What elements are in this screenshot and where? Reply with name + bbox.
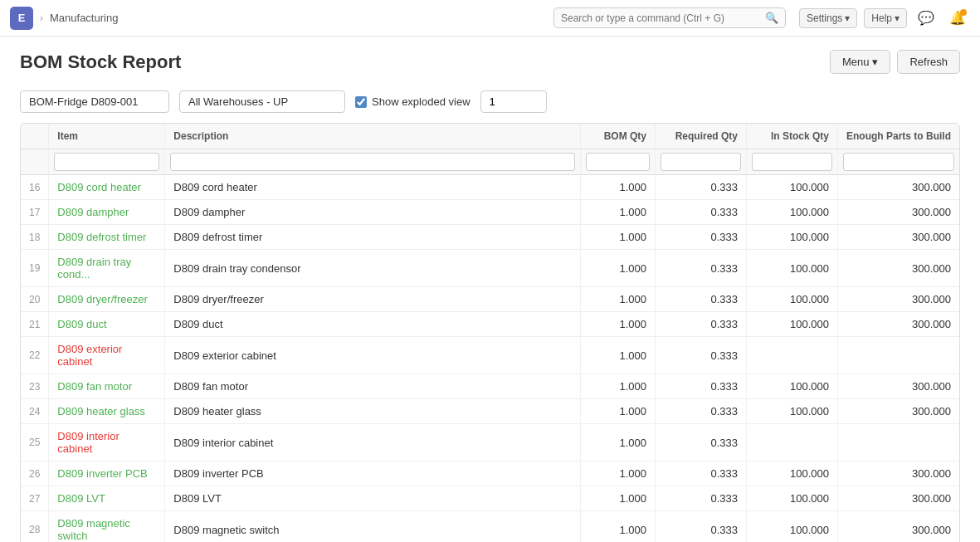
row-bom-qty: 1.000 <box>581 312 656 337</box>
row-bom-qty: 1.000 <box>581 424 656 461</box>
row-required-qty: 0.333 <box>656 225 747 250</box>
row-required-qty: 0.333 <box>656 337 747 374</box>
page-header: BOM Stock Report Menu ▾ Refresh <box>0 37 980 84</box>
row-number: 25 <box>21 424 49 461</box>
warehouse-filter[interactable] <box>179 90 345 113</box>
item-link[interactable]: D809 magnetic switch <box>57 517 129 542</box>
item-link[interactable]: D809 dampher <box>57 206 129 218</box>
row-desc: D809 dampher <box>165 200 581 225</box>
row-in-stock-qty: 100.000 <box>747 399 838 424</box>
table-wrap: Item Description BOM Qty Required Qty In… <box>20 123 960 542</box>
row-number: 21 <box>21 312 49 337</box>
item-link[interactable]: D809 cord heater <box>57 181 140 193</box>
row-in-stock-qty: 100.000 <box>747 250 838 287</box>
row-item: D809 cord heater <box>49 175 165 200</box>
item-link[interactable]: D809 drain tray cond... <box>57 256 131 281</box>
table-row: 21 D809 duct D809 duct 1.000 0.333 100.0… <box>21 312 959 337</box>
item-link[interactable]: D809 defrost timer <box>57 231 146 243</box>
row-item: D809 defrost timer <box>49 225 165 250</box>
table-row: 17 D809 dampher D809 dampher 1.000 0.333… <box>21 200 959 225</box>
enough-filter-input[interactable] <box>843 153 954 171</box>
row-required-qty: 0.333 <box>656 287 747 312</box>
row-bom-qty: 1.000 <box>581 374 656 399</box>
search-input[interactable] <box>561 12 765 24</box>
item-link[interactable]: D809 heater glass <box>57 405 145 417</box>
row-desc: D809 heater glass <box>165 399 581 424</box>
row-number: 17 <box>21 200 49 225</box>
item-link[interactable]: D809 LVT <box>57 492 105 505</box>
item-link[interactable]: D809 exterior cabinet <box>57 343 122 368</box>
row-required-qty: 0.333 <box>656 175 747 200</box>
row-enough-parts: 300.000 <box>838 399 960 424</box>
row-enough-parts: 300.000 <box>838 312 960 337</box>
item-link[interactable]: D809 interior cabinet <box>57 430 119 455</box>
row-enough-parts: 300.000 <box>838 511 960 543</box>
table-row: 25 D809 interior cabinet D809 interior c… <box>21 424 959 461</box>
row-required-qty: 0.333 <box>656 312 747 337</box>
table-row: 19 D809 drain tray cond... D809 drain tr… <box>21 250 959 287</box>
stock-qty-filter-input[interactable] <box>752 153 832 171</box>
table-row: 24 D809 heater glass D809 heater glass 1… <box>21 399 959 424</box>
row-item: D809 magnetic switch <box>49 511 165 543</box>
nav-actions: Settings ▾ Help ▾ 💬 🔔 <box>799 6 970 31</box>
menu-label: Menu <box>842 56 870 68</box>
row-in-stock-qty <box>747 337 838 374</box>
row-bom-qty: 1.000 <box>581 287 656 312</box>
row-desc: D809 drain tray condensor <box>165 250 581 287</box>
row-number: 19 <box>21 250 49 287</box>
req-qty-filter-input[interactable] <box>661 153 741 171</box>
row-number: 22 <box>21 337 49 374</box>
row-in-stock-qty: 100.000 <box>747 486 838 511</box>
app-icon: E <box>10 7 33 30</box>
table-row: 23 D809 fan motor D809 fan motor 1.000 0… <box>21 374 959 399</box>
row-required-qty: 0.333 <box>656 486 747 511</box>
row-in-stock-qty: 100.000 <box>747 461 838 486</box>
table-filter-row <box>21 149 959 175</box>
desc-filter-input[interactable] <box>170 153 575 171</box>
row-item: D809 inverter PCB <box>49 461 165 486</box>
exploded-view-label: Show exploded view <box>372 95 470 108</box>
col-req-header: Required Qty <box>656 124 747 149</box>
settings-btn[interactable]: Settings ▾ <box>799 8 857 28</box>
app-name: Manufacturing <box>50 12 118 24</box>
bell-btn[interactable]: 🔔 <box>945 6 970 31</box>
chat-btn[interactable]: 💬 <box>914 6 939 31</box>
row-desc: D809 duct <box>165 312 581 337</box>
row-desc: D809 defrost timer <box>165 225 581 250</box>
bom-filter[interactable] <box>20 90 169 113</box>
row-enough-parts: 300.000 <box>838 374 960 399</box>
bom-qty-filter-input[interactable] <box>586 153 650 171</box>
row-item: D809 LVT <box>49 486 165 511</box>
search-bar[interactable]: 🔍 <box>553 7 786 28</box>
row-desc: D809 inverter PCB <box>165 461 581 486</box>
row-bom-qty: 1.000 <box>581 511 656 543</box>
table-row: 22 D809 exterior cabinet D809 exterior c… <box>21 337 959 374</box>
item-link[interactable]: D809 fan motor <box>57 380 132 393</box>
row-item: D809 interior cabinet <box>49 424 165 461</box>
exploded-view-checkbox[interactable] <box>355 96 367 108</box>
row-bom-qty: 1.000 <box>581 250 656 287</box>
item-link[interactable]: D809 inverter PCB <box>57 467 147 480</box>
row-required-qty: 0.333 <box>656 374 747 399</box>
row-enough-parts <box>838 424 960 461</box>
help-btn[interactable]: Help ▾ <box>864 8 907 28</box>
row-bom-qty: 1.000 <box>581 200 656 225</box>
nav-chevron-icon: › <box>40 12 43 24</box>
item-link[interactable]: D809 duct <box>57 318 106 330</box>
row-required-qty: 0.333 <box>656 200 747 225</box>
search-icon: 🔍 <box>765 12 778 24</box>
row-item: D809 fan motor <box>49 374 165 399</box>
row-in-stock-qty: 100.000 <box>747 511 838 543</box>
table-row: 27 D809 LVT D809 LVT 1.000 0.333 100.000… <box>21 486 959 511</box>
row-bom-qty: 1.000 <box>581 399 656 424</box>
row-bom-qty: 1.000 <box>581 225 656 250</box>
row-number: 18 <box>21 225 49 250</box>
item-filter-input[interactable] <box>54 153 159 171</box>
exploded-view-wrap: Show exploded view <box>355 95 470 108</box>
refresh-button[interactable]: Refresh <box>897 50 960 74</box>
main-content: Item Description BOM Qty Required Qty In… <box>0 123 980 542</box>
qty-input[interactable] <box>480 90 547 113</box>
menu-button[interactable]: Menu ▾ <box>830 50 891 74</box>
item-link[interactable]: D809 dryer/freezer <box>57 293 147 305</box>
row-required-qty: 0.333 <box>656 399 747 424</box>
